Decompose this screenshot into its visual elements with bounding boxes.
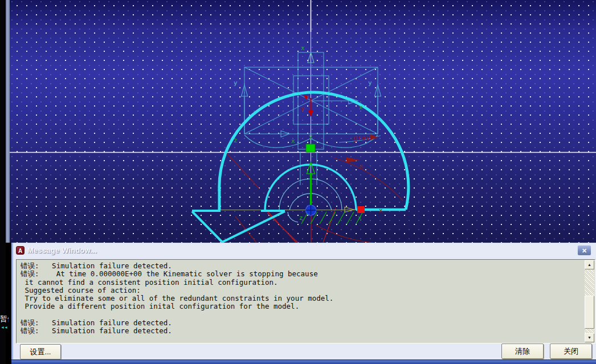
- force-arrow-icon: [346, 157, 360, 163]
- close-button[interactable]: 关闭: [550, 343, 592, 359]
- dialog-titlebar[interactable]: A Message Window... ✕: [13, 243, 596, 257]
- red-force-lines: [265, 208, 336, 243]
- message-line: it cannot find a consistent position ini…: [21, 279, 582, 287]
- axis-label: z: [234, 137, 238, 144]
- close-icon[interactable]: ✕: [577, 245, 591, 256]
- adams-application-window: 暂停 ◄◄: [0, 0, 596, 364]
- message-line: Try to eliminate some or all of the redu…: [21, 295, 582, 302]
- message-line: 错误: At time 0.000000E+00 the Kinematic s…: [21, 270, 582, 278]
- joint-marker-square: [306, 144, 315, 152]
- settings-button[interactable]: 设置...: [20, 344, 61, 359]
- pause-button[interactable]: 暂停: [0, 313, 9, 325]
- scrollbar-thumb[interactable]: [585, 296, 594, 329]
- axis-label: x: [359, 104, 363, 111]
- clear-button[interactable]: 清除: [501, 343, 544, 359]
- dialog-bottom-border: [11, 359, 596, 364]
- scroll-down-icon[interactable]: ▼: [585, 333, 594, 342]
- revolute-joint: [306, 205, 316, 215]
- axis-label: x: [360, 162, 364, 170]
- adams-app-icon: A: [16, 246, 25, 255]
- axis-label: z: [299, 214, 303, 222]
- gravity-label: grav: [353, 134, 370, 142]
- message-window-dialog: A Message Window... ✕ 错误: Simulation fai…: [11, 243, 596, 364]
- red-construction-lines: [227, 153, 403, 243]
- message-line: 错误: Simulation failure detected.: [21, 262, 582, 270]
- vertical-scrollbar[interactable]: ▲ ▼: [585, 260, 594, 342]
- cam-mechanism-wireframe: x y y x y z x y grav x z x x: [0, 0, 596, 243]
- axis-label: x: [291, 137, 295, 145]
- axis-labels: x y y x y z x y grav x z x x: [234, 44, 383, 222]
- axis-label: x: [358, 214, 362, 222]
- axis-label: y: [309, 133, 313, 140]
- message-line: 错误: Simulation failure detected.: [21, 319, 582, 327]
- message-text-area[interactable]: 错误: Simulation failure detected. 错误: At …: [16, 259, 595, 343]
- message-lines: 错误: Simulation failure detected. 错误: At …: [21, 262, 582, 342]
- scroll-up-icon[interactable]: ▲: [585, 260, 594, 269]
- message-line: [21, 311, 582, 319]
- dialog-title: Message Window...: [27, 246, 97, 255]
- axis-label: x: [379, 207, 383, 214]
- message-line: Provide a different position inital conf…: [21, 302, 582, 310]
- axis-label: y: [368, 79, 372, 87]
- message-line: Suggested course of action:: [21, 287, 582, 295]
- joint-marker-red-square: [357, 206, 365, 213]
- axis-label: y: [234, 79, 238, 87]
- rewind-icon[interactable]: ◄◄: [1, 325, 7, 329]
- axis-label: y: [301, 105, 305, 112]
- gravity-marker: [303, 95, 378, 213]
- axis-label: x: [301, 44, 305, 52]
- message-line: 错误: Simulation failure detected.: [21, 327, 582, 335]
